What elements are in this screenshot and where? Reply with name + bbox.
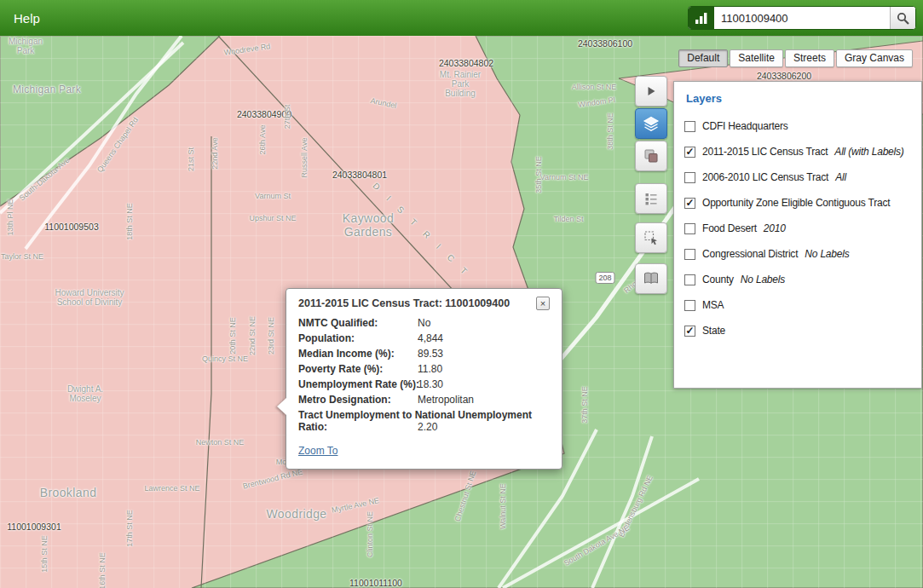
book-icon xyxy=(643,271,660,286)
layer-checkbox[interactable] xyxy=(684,172,695,183)
layers-panel-title: Layers xyxy=(674,82,921,113)
popup-fields: NMTC Qualified:NoPopulation:4,844Median … xyxy=(298,317,550,433)
popup-field-label: Metro Designation: xyxy=(298,394,391,406)
popup-title: 2011-2015 LIC Census Tract: 11001009400 xyxy=(298,297,510,309)
popup-field-value: 2.20 xyxy=(418,421,437,433)
popup-field-row: Poverty Rate (%):11.80 xyxy=(298,363,550,375)
layer-item: Food Desert2010 xyxy=(674,216,921,241)
map-canvas[interactable]: 2403380610024033804802240338062002403380… xyxy=(0,36,923,588)
chart-button[interactable] xyxy=(689,7,714,29)
layer-item: ✓Opportunity Zone Eligible Contiguous Tr… xyxy=(674,190,921,216)
popup-field-label: Tract Unemployment to National Unemploym… xyxy=(298,409,532,433)
layer-checkbox[interactable] xyxy=(684,300,695,311)
layers-icon xyxy=(643,115,660,132)
popup-field-row: NMTC Qualified:No xyxy=(298,317,550,329)
popup-field-value: 11.80 xyxy=(418,363,442,375)
layer-note: No Labels xyxy=(805,248,849,260)
layer-label: Food Desert xyxy=(702,222,757,234)
map-toolbar xyxy=(635,76,667,296)
layer-note: All xyxy=(835,171,846,183)
tool-button-basemaps[interactable] xyxy=(635,141,667,171)
layer-checkbox[interactable] xyxy=(684,121,695,132)
layer-checkbox[interactable] xyxy=(684,223,695,234)
legend-icon xyxy=(643,191,659,206)
popup-field-value: 18.30 xyxy=(418,378,443,390)
layer-label: 2011-2015 LIC Census Tract xyxy=(702,146,828,158)
popup-field-label: Poverty Rate (%): xyxy=(298,363,383,375)
basemap-toggle: DefaultSatelliteStreetsGray Canvas xyxy=(678,49,913,67)
top-bar: Help xyxy=(0,0,923,36)
layer-label: Opportunity Zone Eligible Contiguous Tra… xyxy=(702,197,890,209)
tool-button-legend[interactable] xyxy=(635,183,667,214)
basemap-button-satellite[interactable]: Satellite xyxy=(730,49,783,67)
layer-label: Congressional District xyxy=(702,248,798,260)
popup-field-label: Population: xyxy=(298,332,355,344)
popup-field-row: Unemployment Rate (%):18.30 xyxy=(298,378,550,390)
layers-list: CDFI Headquarters✓2011-2015 LIC Census T… xyxy=(674,113,921,343)
popup-header: 2011-2015 LIC Census Tract: 11001009400 … xyxy=(298,297,550,309)
layer-label: State xyxy=(702,325,725,337)
basemap-button-streets[interactable]: Streets xyxy=(785,49,834,67)
layer-item: CountyNo Labels xyxy=(674,267,921,292)
popup-field-value: No xyxy=(418,317,430,329)
select-tool-icon xyxy=(643,230,659,245)
layer-checkbox[interactable]: ✓ xyxy=(684,198,695,209)
layer-checkbox[interactable] xyxy=(684,249,695,260)
basemap-button-gray-canvas[interactable]: Gray Canvas xyxy=(836,49,913,67)
layer-item: ✓State xyxy=(674,318,921,343)
search-input[interactable] xyxy=(714,7,890,29)
help-link[interactable]: Help xyxy=(14,11,40,26)
popup-field-row: Population:4,844 xyxy=(298,332,550,344)
layer-note: All (with Labels) xyxy=(834,146,903,158)
layer-item: Congressional DistrictNo Labels xyxy=(674,241,921,267)
layer-label: County xyxy=(702,274,734,285)
layer-note: No Labels xyxy=(741,274,785,285)
search-button[interactable] xyxy=(890,7,915,29)
layer-item: 2006-2010 LIC Census TractAll xyxy=(674,164,921,190)
layer-note: 2010 xyxy=(764,222,786,234)
layer-item: CDFI Headquarters xyxy=(674,113,921,139)
layer-checkbox[interactable]: ✓ xyxy=(684,147,695,158)
layer-label: MSA xyxy=(702,299,724,311)
popup-field-label: NMTC Qualified: xyxy=(298,317,378,329)
zoom-to-link[interactable]: Zoom To xyxy=(298,445,337,457)
layer-checkbox[interactable] xyxy=(684,274,695,285)
popup-pointer xyxy=(277,398,286,415)
popup-close-button[interactable]: × xyxy=(536,297,550,310)
magnifier-icon xyxy=(896,11,910,26)
search-box xyxy=(688,6,916,30)
layer-label: 2006-2010 LIC Census Tract xyxy=(702,171,828,183)
tool-button-layers[interactable] xyxy=(635,108,667,139)
overlapping-squares-icon xyxy=(643,148,659,164)
layers-panel: Layers CDFI Headquarters✓2011-2015 LIC C… xyxy=(673,81,922,389)
popup-field-value: 89.53 xyxy=(418,348,443,360)
popup-field-row: Median Income (%):89.53 xyxy=(298,348,550,360)
popup-field-row: Tract Unemployment to National Unemploym… xyxy=(298,409,550,433)
tool-button-select[interactable] xyxy=(635,222,667,253)
popup-field-value: 4,844 xyxy=(418,332,443,344)
basemap-button-default[interactable]: Default xyxy=(678,49,728,67)
tool-button-overview[interactable] xyxy=(635,76,667,107)
popup-field-label: Unemployment Rate (%): xyxy=(298,378,419,390)
tract-info-popup: 2011-2015 LIC Census Tract: 11001009400 … xyxy=(286,288,562,470)
play-icon xyxy=(644,84,658,98)
tool-button-bookmarks[interactable] xyxy=(635,263,667,294)
layer-label: CDFI Headquarters xyxy=(702,120,788,132)
popup-field-row: Metro Designation:Metropolitan xyxy=(298,394,550,406)
layer-item: MSA xyxy=(674,292,921,318)
bar-chart-icon xyxy=(695,12,708,25)
popup-field-value: Metropolitan xyxy=(418,394,474,406)
layer-item: ✓2011-2015 LIC Census TractAll (with Lab… xyxy=(674,139,921,164)
popup-field-label: Median Income (%): xyxy=(298,348,395,360)
layer-checkbox[interactable]: ✓ xyxy=(684,326,695,337)
cims-mapping-app: Help xyxy=(0,0,923,588)
